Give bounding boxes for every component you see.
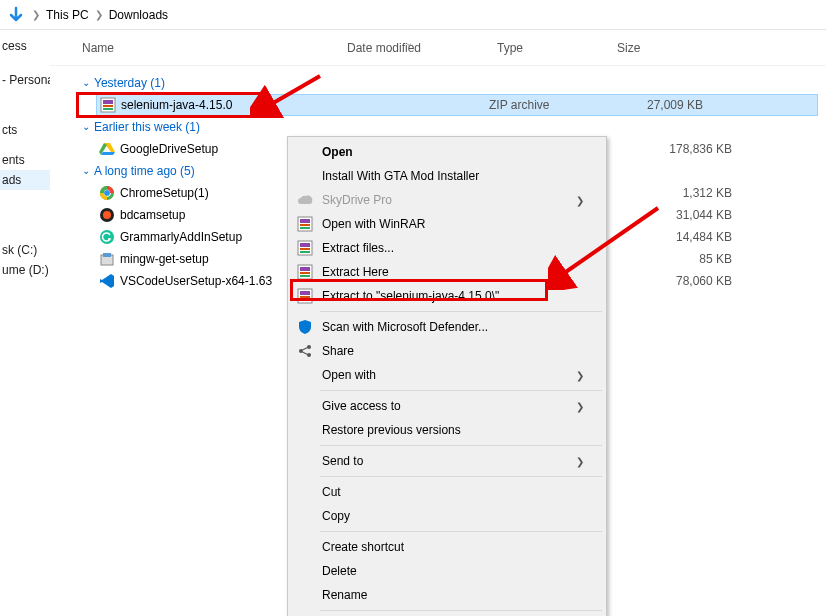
winrar-icon	[294, 263, 316, 281]
skydrive-icon	[294, 191, 316, 209]
menu-copy[interactable]: Copy	[290, 504, 604, 528]
down-arrow-icon[interactable]	[6, 5, 26, 25]
file-name: selenium-java-4.15.0	[121, 98, 339, 112]
menu-open[interactable]: Open	[290, 140, 604, 164]
svg-rect-20	[300, 248, 310, 250]
svg-rect-28	[300, 296, 310, 298]
nav-item-downloads[interactable]: ads	[0, 170, 50, 190]
menu-create-shortcut[interactable]: Create shortcut	[290, 535, 604, 559]
gdrive-icon	[98, 141, 116, 157]
svg-rect-17	[300, 227, 310, 229]
nav-item[interactable]: cess	[0, 36, 50, 56]
menu-gta-installer[interactable]: Install With GTA Mod Installer	[290, 164, 604, 188]
defender-icon	[294, 318, 316, 336]
menu-restore-versions[interactable]: Restore previous versions	[290, 418, 604, 442]
nav-tree[interactable]: cess - Personal cts ents ads sk (C:) ume…	[0, 30, 50, 616]
svg-rect-16	[300, 224, 310, 226]
svg-point-31	[307, 345, 311, 349]
menu-skydrive-pro[interactable]: SkyDrive Pro❯	[290, 188, 604, 212]
menu-give-access-to[interactable]: Give access to❯	[290, 394, 604, 418]
submenu-arrow-icon: ❯	[576, 401, 584, 412]
group-yesterday[interactable]: ⌄Yesterday (1)	[68, 72, 826, 94]
group-earlier-week[interactable]: ⌄Earlier this week (1)	[68, 116, 826, 138]
sort-indicator-icon: ⌄	[405, 37, 413, 48]
svg-rect-15	[300, 219, 310, 223]
col-name[interactable]: Name	[82, 41, 347, 55]
installer-icon	[98, 251, 116, 267]
svg-marker-6	[101, 152, 115, 155]
col-date[interactable]: Date modified⌄	[347, 41, 497, 55]
svg-rect-24	[300, 272, 310, 274]
menu-rename[interactable]: Rename	[290, 583, 604, 607]
nav-item[interactable]: ents	[0, 150, 50, 170]
menu-extract-here[interactable]: Extract Here	[290, 260, 604, 284]
submenu-arrow-icon: ❯	[576, 370, 584, 381]
chevron-down-icon: ⌄	[82, 121, 90, 132]
winrar-icon	[294, 239, 316, 257]
menu-share[interactable]: Share	[290, 339, 604, 363]
svg-rect-21	[300, 251, 310, 253]
context-menu: Open Install With GTA Mod Installer SkyD…	[287, 136, 607, 616]
column-headers[interactable]: Name Date modified⌄ Type Size	[50, 30, 826, 66]
breadcrumb-downloads[interactable]: Downloads	[105, 6, 172, 24]
svg-line-33	[303, 348, 308, 351]
nav-item[interactable]: sk (C:)	[0, 240, 50, 260]
file-type: ZIP archive	[489, 98, 609, 112]
menu-scan-defender[interactable]: Scan with Microsoft Defender...	[290, 315, 604, 339]
svg-rect-1	[103, 100, 113, 104]
svg-rect-13	[103, 253, 111, 257]
nav-item[interactable]: cts	[0, 120, 50, 140]
menu-send-to[interactable]: Send to❯	[290, 449, 604, 473]
submenu-arrow-icon: ❯	[576, 195, 584, 206]
svg-rect-23	[300, 267, 310, 271]
nav-item[interactable]: - Personal	[0, 70, 50, 90]
svg-point-32	[307, 353, 311, 357]
share-icon	[294, 342, 316, 360]
menu-extract-to-folder[interactable]: Extract to "selenium-java-4.15.0\"	[290, 284, 604, 308]
breadcrumb-this-pc[interactable]: This PC	[42, 6, 93, 24]
svg-point-10	[103, 211, 111, 219]
chevron-right-icon: ❯	[93, 9, 105, 20]
col-type[interactable]: Type	[497, 41, 617, 55]
winrar-icon	[294, 215, 316, 233]
svg-rect-27	[300, 291, 310, 295]
winrar-icon	[294, 287, 316, 305]
nav-item[interactable]: ume (D:)	[0, 260, 50, 280]
svg-line-34	[303, 352, 308, 355]
svg-rect-3	[103, 108, 113, 110]
menu-cut[interactable]: Cut	[290, 480, 604, 504]
vscode-icon	[98, 273, 116, 289]
svg-rect-25	[300, 275, 310, 277]
file-row-selenium[interactable]: selenium-java-4.15.0 ZIP archive 27,009 …	[96, 94, 818, 116]
bandicam-icon	[98, 207, 116, 223]
grammarly-icon	[98, 229, 116, 245]
submenu-arrow-icon: ❯	[576, 456, 584, 467]
chevron-down-icon: ⌄	[82, 165, 90, 176]
svg-rect-19	[300, 243, 310, 247]
svg-rect-29	[300, 299, 310, 301]
chevron-down-icon: ⌄	[82, 77, 90, 88]
chrome-icon	[98, 185, 116, 201]
menu-open-with[interactable]: Open with❯	[290, 363, 604, 387]
file-size: 27,009 KB	[609, 98, 719, 112]
menu-open-with-winrar[interactable]: Open with WinRAR	[290, 212, 604, 236]
menu-extract-files[interactable]: Extract files...	[290, 236, 604, 260]
svg-rect-2	[103, 105, 113, 107]
chevron-right-icon: ❯	[30, 9, 42, 20]
col-size[interactable]: Size	[617, 41, 727, 55]
breadcrumb[interactable]: ❯ This PC ❯ Downloads	[0, 0, 826, 30]
winrar-archive-icon	[99, 97, 117, 113]
menu-delete[interactable]: Delete	[290, 559, 604, 583]
